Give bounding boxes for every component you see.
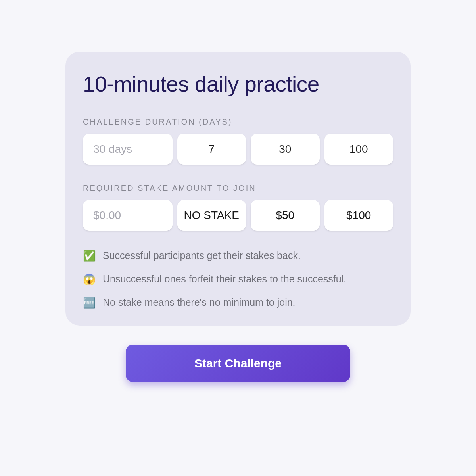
scream-icon: 😱 (83, 274, 96, 284)
info-list: ✅ Successful participants get their stak… (83, 250, 393, 308)
stake-label: REQUIRED STAKE AMOUNT TO JOIN (83, 184, 393, 193)
stake-option-100[interactable]: $100 (324, 200, 393, 231)
info-item-free: 🆓 No stake means there's no minimum to j… (83, 297, 393, 308)
duration-input-wrap[interactable] (83, 134, 173, 165)
check-icon: ✅ (83, 251, 96, 261)
start-challenge-button[interactable]: Start Challenge (126, 345, 350, 382)
challenge-card: 10-minutes daily practice CHALLENGE DURA… (65, 52, 411, 326)
stake-input[interactable] (93, 209, 162, 222)
duration-option-30[interactable]: 30 (251, 134, 320, 165)
stake-row: NO STAKE $50 $100 (83, 200, 393, 231)
info-text: No stake means there's no minimum to joi… (103, 297, 296, 308)
duration-option-100[interactable]: 100 (324, 134, 393, 165)
info-item-success: ✅ Successful participants get their stak… (83, 250, 393, 261)
card-title: 10-minutes daily practice (83, 71, 393, 97)
info-item-forfeit: 😱 Unsuccessful ones forfeit their stakes… (83, 273, 393, 285)
stake-option-50[interactable]: $50 (251, 200, 320, 231)
free-icon: 🆓 (83, 298, 96, 308)
duration-row: 7 30 100 (83, 134, 393, 165)
duration-input[interactable] (93, 143, 162, 155)
stake-input-wrap[interactable] (83, 200, 173, 231)
info-text: Unsuccessful ones forfeit their stakes t… (103, 273, 346, 285)
info-text: Successful participants get their stakes… (103, 250, 301, 261)
stake-option-none[interactable]: NO STAKE (177, 200, 246, 231)
duration-option-7[interactable]: 7 (177, 134, 246, 165)
duration-label: CHALLENGE DURATION (DAYS) (83, 117, 393, 127)
